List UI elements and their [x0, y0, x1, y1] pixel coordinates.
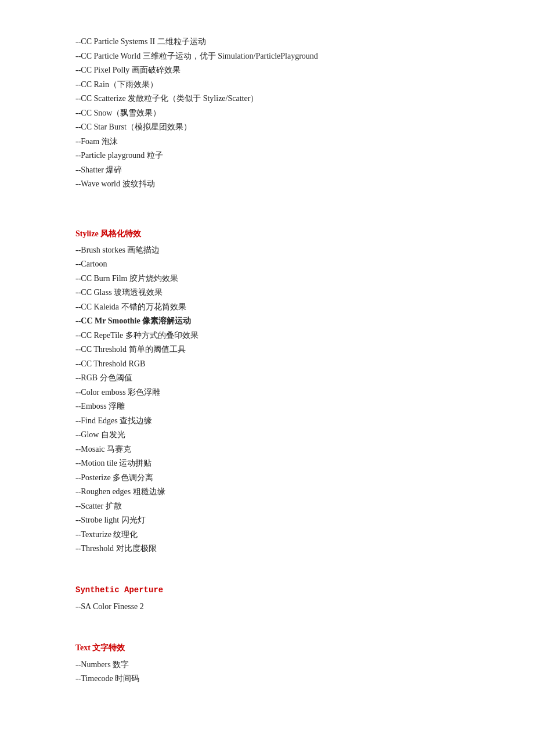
section-heading-stylize: Stylize 风格化特效	[75, 226, 459, 241]
list-item: --Foam 泡沫	[75, 135, 459, 149]
list-item: --Texturize 纹理化	[75, 528, 459, 542]
list-item: --CC Burn Film 胶片烧灼效果	[75, 272, 459, 286]
list-item: --CC Pixel Polly 画面破碎效果	[75, 63, 459, 78]
list-item: --CC Particle Systems II 二维粒子运动	[75, 35, 459, 49]
list-item: --Emboss 浮雕	[75, 399, 459, 414]
list-item: --CC Mr Smoothie 像素溶解运动	[75, 314, 459, 329]
section-heading-text: Text 文字特效	[75, 640, 459, 655]
list-item: --Color emboss 彩色浮雕	[75, 386, 459, 400]
list-item: --CC RepeTile 多种方式的叠印效果	[75, 329, 459, 343]
list-item: --CC Rain（下雨效果）	[75, 78, 459, 92]
list-item: --CC Glass 玻璃透视效果	[75, 286, 459, 300]
list-item: --Brush storkes 画笔描边	[75, 243, 459, 258]
list-item: --CC Snow（飘雪效果）	[75, 106, 459, 121]
list-item: --Strobe light 闪光灯	[75, 513, 459, 528]
list-item: --Mosaic 马赛克	[75, 442, 459, 457]
list-item: --Cartoon	[75, 257, 459, 272]
section-heading-synthetic-aperture: Synthetic Aperture	[75, 583, 459, 597]
list-item: --Threshold 对比度极限	[75, 542, 459, 556]
list-item: --SA Color Finesse 2	[75, 600, 459, 614]
page-content: --CC Particle Systems II 二维粒子运动--CC Part…	[75, 35, 459, 694]
list-item: --Timecode 时间码	[75, 672, 459, 686]
list-item: --Particle playground 粒子	[75, 149, 459, 163]
list-item: --Find Edges 查找边缘	[75, 414, 459, 429]
list-item: --Glow 自发光	[75, 428, 459, 442]
list-item: --CC Kaleida 不错的万花筒效果	[75, 300, 459, 315]
list-item: --CC Threshold RGB	[75, 357, 459, 372]
list-item: --CC Particle World 三维粒子运动，优于 Simulation…	[75, 49, 459, 64]
list-item: --RGB 分色阈值	[75, 371, 459, 386]
list-item: --Wave world 波纹抖动	[75, 177, 459, 192]
list-item: --Numbers 数字	[75, 658, 459, 672]
list-item: --Posterize 多色调分离	[75, 471, 459, 485]
list-item: --Shatter 爆碎	[75, 163, 459, 178]
list-item: --Motion tile 运动拼贴	[75, 456, 459, 471]
list-item: --Roughen edges 粗糙边缘	[75, 485, 459, 499]
list-item: --Scatter 扩散	[75, 499, 459, 514]
list-item: --CC Scatterize 发散粒子化（类似于 Stylize/Scatte…	[75, 92, 459, 106]
list-item: --CC Star Burst（模拟星团效果）	[75, 120, 459, 135]
list-item: --CC Threshold 简单的阈值工具	[75, 343, 459, 357]
